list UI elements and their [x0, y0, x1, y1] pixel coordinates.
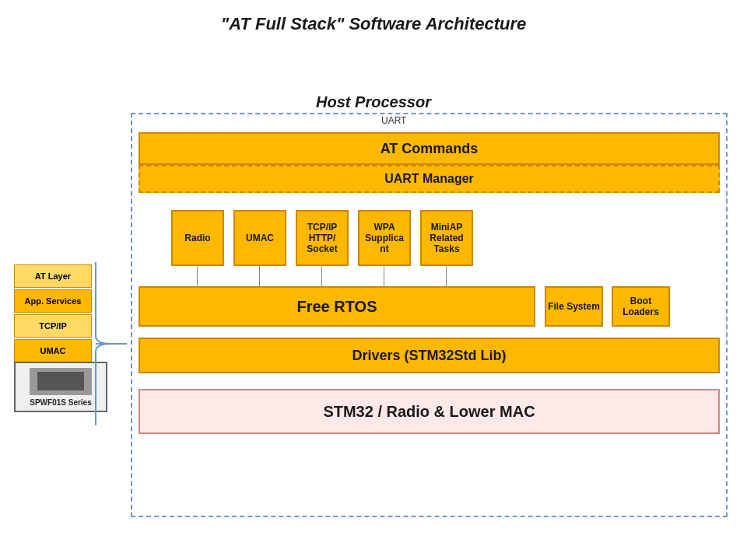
- free-rtos-box: Free RTOS: [139, 286, 535, 327]
- host-processor-label: Host Processor: [0, 93, 747, 111]
- spwf-chip: [30, 368, 92, 395]
- spwf-chip-inner: [37, 372, 84, 390]
- at-commands-box: AT Commands: [139, 132, 720, 165]
- connector-tcpip: [321, 266, 322, 286]
- left-stack-diagram: AT Layer App. Services TCP/IP UMAC: [14, 264, 92, 362]
- connector-miniap: [446, 266, 447, 286]
- module-radio: Radio: [171, 210, 224, 266]
- stack-umac: UMAC: [14, 339, 92, 362]
- uart-label: UART: [381, 115, 406, 126]
- boot-loaders-box: Boot Loaders: [612, 286, 670, 327]
- connector-umac: [259, 266, 260, 286]
- connector-radio: [197, 266, 198, 286]
- spwf-text: SPWF01S Series: [30, 398, 91, 407]
- module-tcpip: TCP/IP HTTP/ Socket: [296, 210, 349, 266]
- connector-wpa: [384, 266, 384, 286]
- module-wpa: WPA Supplica nt: [358, 210, 411, 266]
- stm32-box: STM32 / Radio & Lower MAC: [139, 389, 720, 434]
- file-system-box: File System: [545, 286, 603, 327]
- module-umac: UMAC: [233, 210, 286, 266]
- stack-app-services: App. Services: [14, 289, 92, 313]
- page-title: "AT Full Stack" Software Architecture: [0, 0, 747, 42]
- stack-tcpip: TCP/IP: [14, 314, 92, 338]
- bracket-svg: [92, 262, 135, 425]
- module-miniap: MiniAP Related Tasks: [420, 210, 473, 266]
- uart-manager-box: UART Manager: [139, 165, 720, 193]
- drivers-box: Drivers (STM32Std Lib): [139, 338, 720, 373]
- modules-row: Radio UMAC TCP/IP HTTP/ Socket WPA Suppl…: [171, 210, 473, 266]
- stack-at-layer: AT Layer: [14, 264, 92, 288]
